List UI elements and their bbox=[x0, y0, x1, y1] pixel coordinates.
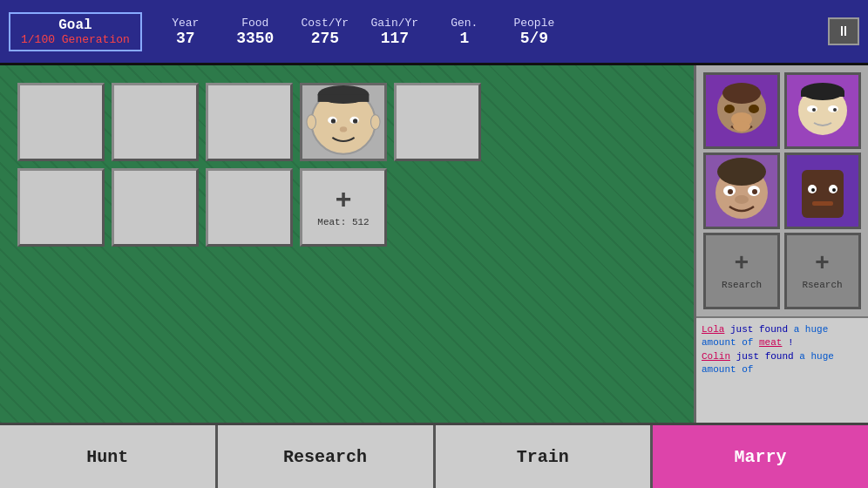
people-label: People bbox=[513, 17, 554, 30]
svg-point-31 bbox=[752, 189, 757, 194]
research-button[interactable]: Research bbox=[218, 425, 436, 488]
log-line-2: amount of meat ! bbox=[702, 336, 863, 349]
log-area: Lola just found a huge amount of meat ! … bbox=[696, 316, 868, 423]
portrait-2[interactable] bbox=[784, 72, 861, 149]
pause-icon: ⏸ bbox=[837, 24, 851, 40]
log-text-1b: just found bbox=[730, 324, 794, 335]
train-button[interactable]: Train bbox=[436, 425, 654, 488]
svg-rect-34 bbox=[802, 170, 844, 218]
portrait-add-1[interactable]: + Rsearch bbox=[703, 233, 780, 309]
log-text-3b: just found bbox=[736, 351, 800, 362]
grid-cell-1-4-person[interactable] bbox=[300, 83, 387, 161]
gainyr-label: Gain/Yr bbox=[371, 17, 419, 30]
gen-label: Gen. bbox=[451, 17, 478, 30]
pause-button[interactable]: ⏸ bbox=[828, 17, 859, 45]
top-bar: Goal 1/100 Generation Year 37 Food 3350 … bbox=[0, 0, 868, 65]
log-text-2a: amount of bbox=[702, 337, 759, 348]
add-label-1: Rsearch bbox=[722, 280, 762, 290]
portrait-face-3 bbox=[707, 156, 776, 226]
costyr-label: Cost/Yr bbox=[302, 17, 349, 30]
portrait-1[interactable] bbox=[703, 72, 780, 149]
year-stat: Year 37 bbox=[159, 17, 212, 47]
grid-cell-2-3[interactable] bbox=[206, 168, 293, 247]
right-panel: + Rsearch + Rsearch Lola just found a hu… bbox=[694, 65, 868, 423]
grid-cell-1-3[interactable] bbox=[206, 83, 293, 161]
svg-point-19 bbox=[807, 105, 817, 112]
people-stat: People 5/9 bbox=[508, 17, 560, 47]
svg-point-32 bbox=[735, 195, 749, 204]
person-face-svg bbox=[302, 85, 384, 159]
portrait-add-2[interactable]: + Rsearch bbox=[784, 233, 861, 309]
svg-point-12 bbox=[722, 83, 761, 104]
log-line-4: amount of bbox=[702, 363, 863, 376]
goal-box: Goal 1/100 Generation bbox=[9, 12, 142, 51]
gen-stat: Gen. 1 bbox=[438, 17, 491, 47]
gen-value: 1 bbox=[459, 30, 469, 47]
svg-point-20 bbox=[828, 105, 838, 112]
portrait-4[interactable] bbox=[784, 152, 861, 229]
svg-point-30 bbox=[728, 189, 733, 194]
hunt-button[interactable]: Hunt bbox=[0, 425, 218, 488]
year-value: 37 bbox=[176, 30, 195, 47]
food-label: Food bbox=[241, 17, 268, 30]
grid-cell-1-5[interactable] bbox=[394, 83, 481, 161]
log-text-3c: a huge bbox=[799, 351, 834, 362]
portrait-face-2 bbox=[788, 76, 858, 146]
plus-label: Meat: 512 bbox=[317, 217, 369, 227]
gainyr-stat: Gain/Yr 117 bbox=[369, 17, 421, 47]
grid-cell-1-1[interactable] bbox=[17, 83, 105, 161]
svg-point-21 bbox=[812, 108, 816, 112]
portrait-grid: + Rsearch + Rsearch bbox=[696, 65, 868, 316]
bottom-bar: Hunt Research Train Marry bbox=[0, 423, 868, 488]
svg-point-14 bbox=[749, 105, 759, 113]
svg-point-5 bbox=[331, 119, 336, 123]
grid-row-1 bbox=[17, 83, 676, 161]
people-value: 5/9 bbox=[520, 30, 548, 47]
goal-title: Goal bbox=[21, 17, 130, 33]
add-icon-2: + bbox=[815, 252, 830, 276]
svg-point-6 bbox=[353, 119, 357, 123]
log-line-3: Colin just found a huge bbox=[702, 350, 863, 363]
year-label: Year bbox=[172, 17, 199, 30]
log-text-4a: amount of bbox=[702, 364, 753, 375]
svg-point-9 bbox=[371, 115, 381, 130]
portrait-face-4 bbox=[788, 156, 858, 226]
grid-cell-2-1[interactable] bbox=[17, 168, 105, 247]
svg-point-16 bbox=[733, 121, 750, 132]
game-area: + Meat: 512 bbox=[0, 65, 694, 423]
portrait-face-1 bbox=[707, 76, 776, 146]
svg-point-13 bbox=[724, 105, 735, 113]
food-stat: Food 3350 bbox=[229, 17, 281, 47]
svg-rect-2 bbox=[318, 95, 370, 102]
marry-button[interactable]: Marry bbox=[653, 425, 868, 488]
svg-point-38 bbox=[832, 188, 836, 192]
log-text-1a: Lola bbox=[702, 324, 724, 335]
grid-row-2: + Meat: 512 bbox=[17, 168, 676, 247]
plus-icon: + bbox=[335, 187, 351, 215]
costyr-value: 275 bbox=[311, 30, 339, 47]
svg-point-27 bbox=[717, 158, 766, 186]
costyr-stat: Cost/Yr 275 bbox=[299, 17, 351, 47]
log-text-3a: Colin bbox=[702, 351, 730, 362]
grid-cell-2-2[interactable] bbox=[112, 168, 199, 247]
log-text-1c: a huge bbox=[794, 324, 829, 335]
svg-point-22 bbox=[833, 108, 837, 112]
svg-point-8 bbox=[307, 115, 316, 130]
add-label-2: Rsearch bbox=[802, 280, 842, 290]
portrait-3[interactable] bbox=[703, 152, 780, 229]
grid-cell-1-2[interactable] bbox=[112, 83, 199, 161]
main-area: + Meat: 512 bbox=[0, 65, 868, 423]
log-text-2b: meat bbox=[759, 337, 782, 348]
log-text-2c: ! bbox=[788, 337, 794, 348]
gainyr-value: 117 bbox=[381, 30, 409, 47]
food-value: 3350 bbox=[236, 30, 274, 47]
svg-rect-39 bbox=[812, 201, 833, 206]
svg-rect-24 bbox=[801, 92, 844, 97]
svg-point-7 bbox=[340, 126, 347, 132]
goal-sub: 1/100 Generation bbox=[21, 33, 130, 46]
svg-point-37 bbox=[811, 188, 815, 192]
add-icon-1: + bbox=[735, 252, 749, 276]
log-line-1: Lola just found a huge bbox=[702, 323, 863, 336]
grid-cell-plus[interactable]: + Meat: 512 bbox=[300, 168, 387, 247]
